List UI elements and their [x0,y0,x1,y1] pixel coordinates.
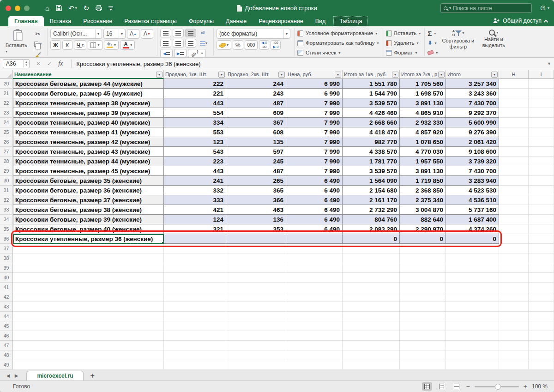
cell[interactable] [529,234,554,244]
cell[interactable] [343,302,400,312]
cell[interactable]: 223 [164,157,226,166]
cell[interactable]: Кроссовки теннисные, размер 44 (мужские) [13,157,164,166]
cell[interactable]: 2 154 680 [343,186,400,195]
cell[interactable] [499,186,529,195]
cell[interactable]: 241 [164,176,226,186]
cell[interactable] [499,253,529,263]
cell[interactable]: 9 108 600 [446,147,499,157]
row-number[interactable]: 25 [0,127,13,137]
page-break-view-button[interactable] [452,382,462,391]
cell[interactable]: 7 990 [286,147,343,157]
feedback-smiley-button[interactable]: ☺▾ [539,4,549,12]
zoom-in-button[interactable]: + [524,383,527,390]
cell[interactable]: 365 [226,186,286,195]
cell[interactable]: Кроссовки теннисные, размер 39 (мужские) [13,108,164,118]
cell[interactable]: Кроссовки теннисные, размер 38 (мужские) [13,98,164,108]
cell[interactable]: 1 544 790 [343,89,400,98]
align-center-button[interactable] [173,39,184,48]
search-input[interactable]: ▾ Поиск на листе [440,3,532,13]
cell[interactable]: 4 536 510 [446,195,499,205]
cell[interactable]: 7 990 [286,166,343,176]
cell[interactable] [226,234,286,244]
cell[interactable] [164,331,226,341]
insert-function-icon[interactable]: fx [58,60,63,67]
cell[interactable] [529,147,554,157]
cell[interactable] [13,341,164,350]
cell[interactable]: 2 290 970 [400,224,446,234]
cell[interactable] [499,98,529,108]
cell[interactable] [164,273,226,283]
cell[interactable] [529,205,554,215]
column-header[interactable]: Итого за 1кв., руб.▼ [343,70,400,79]
cell[interactable]: 6 490 [286,176,343,186]
cancel-entry-icon[interactable]: ✕ [36,60,41,67]
cell[interactable] [499,312,529,321]
cell[interactable]: 353 [226,224,286,234]
cell[interactable]: 6 490 [286,215,343,224]
column-header[interactable]: Итого за 2кв., р▼ [400,70,446,79]
collapse-ribbon-icon[interactable] [544,19,548,24]
cell[interactable]: Кроссовки утепленные, размер 36 (женские… [13,234,164,244]
cell[interactable] [499,147,529,157]
cell[interactable] [446,321,499,331]
row-number[interactable]: 42 [0,292,13,302]
column-header[interactable]: Наименование▼ [13,70,164,79]
cell[interactable] [343,244,400,253]
underline-button[interactable]: Ч ▾ [74,40,86,50]
prev-sheet-icon[interactable]: ◀ [6,373,10,378]
cell[interactable] [529,283,554,292]
cell[interactable] [400,292,446,302]
cell[interactable]: 321 [164,224,226,234]
cell[interactable] [499,273,529,283]
cell[interactable]: 982 770 [343,137,400,147]
cell[interactable] [499,360,529,370]
cell[interactable] [529,253,554,263]
row-number[interactable]: 21 [0,89,13,98]
cell[interactable]: 443 [164,166,226,176]
row-number[interactable]: 35 [0,224,13,234]
cell[interactable] [529,312,554,321]
paste-button[interactable]: Вставить ▾ [6,29,30,54]
cell[interactable]: 9 292 370 [446,108,499,118]
cell[interactable]: Кроссовки беговые, размер 36 (женские) [13,186,164,195]
cell[interactable]: 7 990 [286,157,343,166]
zoom-slider-knob[interactable] [495,384,501,390]
cell[interactable] [400,360,446,370]
filter-dropdown-icon[interactable]: ▼ [156,72,163,78]
cell[interactable] [499,215,529,224]
cell[interactable] [226,292,286,302]
cell[interactable]: 1 781 770 [343,157,400,166]
copy-button[interactable]: ▾ [32,40,43,48]
cell[interactable] [499,283,529,292]
cell[interactable]: 6 990 [286,89,343,98]
row-number[interactable]: 28 [0,157,13,166]
filter-dropdown-icon[interactable]: ▼ [392,72,398,78]
number-format-select[interactable]: (все форматы)▾ [217,29,290,39]
select-all-corner[interactable] [0,70,13,79]
cell[interactable] [286,331,343,341]
cell[interactable]: 4 770 030 [400,147,446,157]
cell[interactable] [529,360,554,370]
cell[interactable] [529,166,554,176]
cell[interactable] [226,283,286,292]
print-icon[interactable] [96,5,102,11]
cell[interactable] [499,244,529,253]
cell[interactable]: 3 891 130 [400,98,446,108]
menu-tab[interactable]: Данные [220,16,253,26]
cell[interactable] [286,341,343,350]
menu-tab[interactable]: Вставка [44,16,77,26]
decrease-decimal-button[interactable]: .00▶.0 [271,40,281,50]
cell[interactable] [529,118,554,127]
cell[interactable] [13,321,164,331]
cell[interactable]: 3 004 870 [400,205,446,215]
cell[interactable] [529,98,554,108]
cell[interactable] [286,350,343,360]
cell[interactable] [164,263,226,273]
cell[interactable] [343,321,400,331]
cell[interactable]: 2 161 170 [343,195,400,205]
cell[interactable] [446,312,499,321]
cell[interactable] [286,234,343,244]
cell[interactable] [499,292,529,302]
cell[interactable] [286,273,343,283]
cell[interactable] [226,350,286,360]
